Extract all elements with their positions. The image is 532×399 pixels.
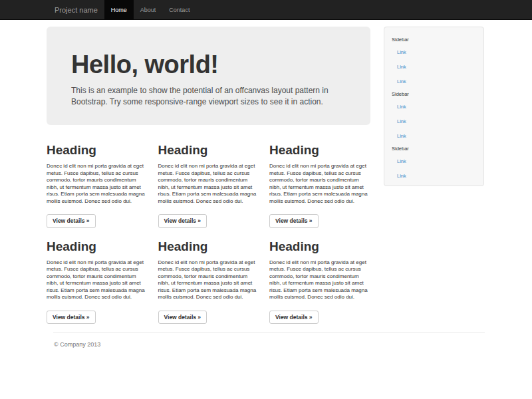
- card-text: Donec id elit non mi porta gravida at eg…: [47, 259, 148, 301]
- jumbotron-text: This is an example to show the potential…: [71, 85, 357, 108]
- card-text: Donec id elit non mi porta gravida at eg…: [269, 259, 370, 301]
- sidebar-group-heading: Sidebar: [384, 143, 483, 154]
- view-details-button[interactable]: View details »: [158, 214, 207, 228]
- page-title: Hello, world!: [71, 51, 357, 78]
- navbar: Project name Home About Contact: [0, 0, 532, 20]
- card-heading: Heading: [47, 142, 148, 158]
- content-card: Heading Donec id elit non mi porta gravi…: [269, 239, 370, 325]
- jumbotron: Hello, world! This is an example to show…: [47, 27, 370, 125]
- content-row: Hello, world! This is an example to show…: [47, 20, 485, 324]
- sidebar-link[interactable]: Link: [384, 45, 483, 59]
- sidebar-group-heading: Sidebar: [384, 34, 483, 45]
- footer-divider: [53, 332, 485, 333]
- view-details-button[interactable]: View details »: [269, 311, 319, 325]
- card-text: Donec id elit non mi porta gravida at eg…: [158, 163, 259, 205]
- cards-row-2: Heading Donec id elit non mi porta gravi…: [47, 239, 370, 325]
- sidebar-link[interactable]: Link: [384, 128, 483, 143]
- sidebar-link[interactable]: Link: [384, 74, 483, 88]
- sidebar-group-heading: Sidebar: [384, 88, 483, 99]
- card-heading: Heading: [269, 239, 370, 254]
- nav-item-about[interactable]: About: [134, 0, 163, 20]
- page-container: Hello, world! This is an example to show…: [47, 20, 485, 348]
- sidebar-link[interactable]: Link: [384, 154, 483, 168]
- view-details-button[interactable]: View details »: [158, 311, 207, 325]
- content-card: Heading Donec id elit non mi porta gravi…: [47, 142, 148, 228]
- card-heading: Heading: [158, 142, 259, 158]
- sidebar: Sidebar Link Link Link Sidebar Link Link…: [384, 27, 484, 186]
- card-text: Donec id elit non mi porta gravida at eg…: [47, 163, 148, 205]
- nav-item-contact[interactable]: Contact: [162, 0, 196, 20]
- sidebar-link[interactable]: Link: [384, 114, 483, 128]
- card-heading: Heading: [158, 239, 259, 254]
- card-heading: Heading: [47, 239, 148, 254]
- view-details-button[interactable]: View details »: [47, 214, 96, 228]
- cards-row-1: Heading Donec id elit non mi porta gravi…: [47, 142, 370, 228]
- footer: © Company 2013: [47, 341, 485, 348]
- content-card: Heading Donec id elit non mi porta gravi…: [158, 142, 259, 228]
- navbar-container: Project name Home About Contact: [47, 0, 485, 20]
- content-card: Heading Donec id elit non mi porta gravi…: [158, 239, 259, 325]
- view-details-button[interactable]: View details »: [47, 311, 96, 325]
- card-text: Donec id elit non mi porta gravida at eg…: [158, 259, 259, 301]
- sidebar-link[interactable]: Link: [384, 59, 483, 74]
- main-column: Hello, world! This is an example to show…: [47, 27, 370, 324]
- content-card: Heading Donec id elit non mi porta gravi…: [269, 142, 370, 228]
- view-details-button[interactable]: View details »: [269, 214, 319, 228]
- sidebar-link[interactable]: Link: [384, 99, 483, 114]
- copyright-text: © Company 2013: [54, 341, 485, 348]
- card-heading: Heading: [269, 142, 370, 158]
- sidebar-link[interactable]: Link: [384, 168, 483, 183]
- card-text: Donec id elit non mi porta gravida at eg…: [269, 163, 370, 205]
- nav-item-home[interactable]: Home: [104, 0, 134, 20]
- content-card: Heading Donec id elit non mi porta gravi…: [47, 239, 148, 325]
- navbar-brand[interactable]: Project name: [47, 0, 98, 20]
- navbar-nav: Home About Contact: [104, 0, 197, 20]
